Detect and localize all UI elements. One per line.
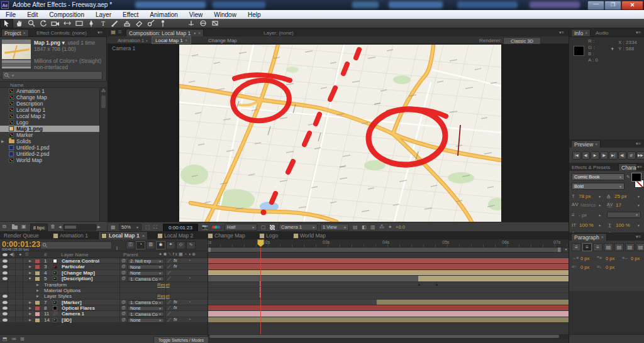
transparency-grid-icon[interactable] bbox=[270, 225, 275, 230]
stroke-style-dropdown[interactable]: ▼ bbox=[607, 212, 641, 218]
list-item[interactable]: Logo bbox=[0, 119, 99, 126]
safe-margins-icon[interactable]: ⬚ bbox=[145, 224, 150, 230]
tab-character[interactable]: Character bbox=[618, 163, 637, 171]
eye-icon[interactable] bbox=[3, 307, 8, 310]
type-tool-icon[interactable]: T bbox=[97, 19, 109, 28]
font-family-dropdown[interactable]: Comic Book▼ bbox=[572, 173, 625, 180]
leading-value[interactable]: 25 px bbox=[614, 193, 627, 199]
motion-blur-switch[interactable]: ◔ bbox=[188, 300, 191, 304]
menu-effect[interactable]: Effect bbox=[117, 11, 144, 18]
chevron-down-icon[interactable]: ▼ bbox=[193, 31, 196, 35]
horizontal-scale-value[interactable]: 100 % bbox=[616, 222, 630, 228]
draft-3d-button[interactable]: ◫ bbox=[126, 241, 135, 249]
fx-switch[interactable]: fx bbox=[174, 258, 177, 263]
pixel-aspect-icon[interactable]: ▤ bbox=[353, 224, 358, 230]
justify-all-button[interactable]: ▤ bbox=[636, 243, 644, 251]
layer-name[interactable]: Particular bbox=[62, 264, 85, 270]
menu-edit[interactable]: Edit bbox=[21, 11, 43, 18]
resolution-dropdown[interactable]: Half▼ bbox=[225, 224, 257, 231]
layer-row[interactable]: ▶ 4 [Change Map] @ None▼ ⟋ bbox=[0, 270, 208, 276]
close-icon[interactable]: × bbox=[595, 142, 597, 146]
parent-dropdown[interactable]: None▼ bbox=[128, 264, 164, 270]
maximize-button[interactable]: ❐ bbox=[604, 1, 621, 10]
project-name-column-header[interactable]: Name bbox=[0, 81, 107, 88]
layer-name[interactable]: [3D] bbox=[62, 317, 72, 323]
timeline-hscrollbar[interactable] bbox=[208, 334, 569, 339]
vertical-scale-value[interactable]: 100 % bbox=[579, 222, 594, 228]
fast-previews-icon[interactable]: ◧ bbox=[362, 224, 367, 230]
fill-color-swatch[interactable] bbox=[631, 173, 641, 182]
tab-audio[interactable]: Audio bbox=[596, 30, 608, 36]
list-item[interactable]: Marker bbox=[0, 132, 99, 138]
keyframe-dot[interactable] bbox=[436, 284, 438, 286]
expand-properties-icon[interactable]: ≔ bbox=[11, 336, 16, 342]
motion-blur-switch[interactable]: ◔ bbox=[188, 258, 191, 263]
reset-link[interactable]: Reset bbox=[157, 293, 170, 299]
layer-row[interactable]: ▶ 8 Optical Flares @ None▼ ⟋ fx bbox=[0, 305, 208, 311]
minimize-button[interactable]: — bbox=[587, 1, 604, 10]
close-icon[interactable]: × bbox=[601, 235, 604, 239]
layer-name-column-header[interactable]: Layer Name bbox=[61, 252, 89, 258]
pickwhip-icon[interactable]: @ bbox=[121, 270, 126, 275]
eye-icon[interactable] bbox=[3, 277, 8, 280]
menu-composition[interactable]: Composition bbox=[43, 11, 90, 18]
layer-row[interactable]: ▶ 14 [3D] @ None▼ ⟋ fx ◔ bbox=[0, 317, 208, 323]
new-folder-icon[interactable] bbox=[12, 226, 18, 229]
frame-blending-button[interactable]: ▥ bbox=[146, 241, 155, 249]
align-left-button[interactable]: ≡ bbox=[572, 243, 581, 251]
flowchart-icon[interactable]: ⁂ bbox=[101, 89, 106, 94]
indent-left-value[interactable]: 0 px bbox=[580, 256, 589, 261]
chevron-down-icon[interactable]: ▼ bbox=[637, 195, 640, 199]
layer-bar-row[interactable] bbox=[208, 300, 569, 305]
motion-blur-switch[interactable]: ◔ bbox=[188, 276, 191, 280]
label-color-swatch[interactable] bbox=[35, 277, 40, 281]
graph-editor-button[interactable]: ∿ bbox=[186, 241, 196, 249]
layer-name[interactable]: [Description] bbox=[62, 276, 92, 281]
quality-switch[interactable]: ⟋ bbox=[167, 311, 171, 317]
rotation-tool-icon[interactable] bbox=[37, 19, 49, 28]
work-area-bar[interactable]: ▼ bbox=[208, 248, 569, 253]
loop-button[interactable]: ⇄ bbox=[627, 151, 636, 160]
layer-bar-segment[interactable] bbox=[377, 300, 569, 305]
chevron-down-icon[interactable]: ▼ bbox=[598, 224, 601, 227]
layer-bar[interactable] bbox=[208, 270, 569, 276]
zoom-tool-icon[interactable] bbox=[25, 19, 37, 28]
expand-arrow-icon[interactable]: ▶ bbox=[36, 288, 39, 292]
hand-tool-icon[interactable] bbox=[13, 19, 25, 28]
unified-camera-tool-icon[interactable] bbox=[49, 19, 61, 28]
eye-icon[interactable] bbox=[3, 318, 8, 322]
expand-arrow-icon[interactable]: ▶ bbox=[36, 283, 39, 286]
close-button[interactable]: ✕ bbox=[621, 1, 643, 10]
project-hscrollbar[interactable] bbox=[64, 224, 96, 231]
tab-animation-1[interactable]: Animation 1 bbox=[60, 232, 88, 239]
region-of-interest-icon[interactable]: ▢ bbox=[261, 224, 266, 230]
panel-menu-icon[interactable]: ▾≡ bbox=[637, 165, 642, 170]
align-center-button[interactable]: ≡ bbox=[582, 243, 592, 251]
axis-local-icon[interactable] bbox=[185, 19, 197, 28]
layer-name[interactable]: Camera Control bbox=[62, 258, 99, 264]
label-color-swatch[interactable] bbox=[35, 312, 40, 316]
viewer-tab-animation-1[interactable]: Animation 1 × bbox=[118, 38, 148, 43]
parent-dropdown[interactable]: None▼ bbox=[128, 271, 164, 276]
go-to-end-button[interactable]: ▶| bbox=[609, 151, 618, 160]
expand-arrow-icon[interactable]: ▶ bbox=[29, 300, 31, 304]
layer-name[interactable]: Camera 1 bbox=[62, 311, 84, 317]
kerning-value[interactable]: Metrics bbox=[580, 202, 596, 208]
selection-tool-icon[interactable] bbox=[0, 19, 13, 28]
playhead-line[interactable] bbox=[260, 248, 261, 334]
eraser-tool-icon[interactable] bbox=[133, 19, 145, 28]
expand-arrow-icon[interactable]: ▶ bbox=[29, 259, 31, 263]
list-item[interactable]: Change Map bbox=[0, 94, 99, 101]
panel-menu-icon[interactable]: ▾≡ bbox=[636, 234, 641, 239]
layer-bar-segment[interactable] bbox=[418, 276, 569, 281]
flowchart-icon[interactable]: ⁂ bbox=[379, 224, 384, 230]
tab-change-map[interactable]: Change Map bbox=[214, 232, 245, 239]
parent-dropdown[interactable]: 2. Null exp▼ bbox=[128, 259, 164, 264]
list-item[interactable]: Untitled-2.psd bbox=[0, 151, 99, 157]
fx-switch[interactable]: fx bbox=[174, 300, 177, 304]
layer-bar[interactable] bbox=[208, 258, 569, 264]
pen-tool-icon[interactable] bbox=[85, 19, 97, 28]
layer-bar[interactable] bbox=[208, 311, 569, 317]
parent-column-header[interactable]: Parent bbox=[123, 252, 138, 258]
close-icon[interactable]: × bbox=[145, 39, 148, 43]
